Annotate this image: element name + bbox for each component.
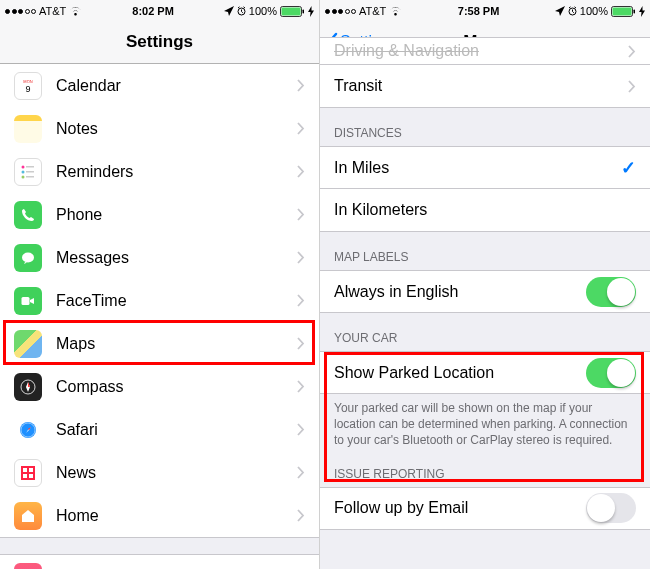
chevron-right-icon xyxy=(297,423,305,436)
section-header-distances: DISTANCES xyxy=(320,108,650,146)
row-follow-up-email[interactable]: Follow up by Email xyxy=(320,487,650,530)
svg-point-7 xyxy=(22,170,25,173)
settings-row-home[interactable]: Home xyxy=(0,494,319,537)
svg-point-6 xyxy=(22,165,25,168)
row-label: Follow up by Email xyxy=(334,499,586,517)
row-label: Notes xyxy=(56,120,297,138)
svg-rect-11 xyxy=(26,176,34,178)
chevron-right-icon xyxy=(297,79,305,92)
svg-text:9: 9 xyxy=(25,84,30,94)
compass-icon xyxy=(14,373,42,401)
row-driving-navigation[interactable]: Driving & Navigation xyxy=(320,37,650,65)
section-header-your-car: YOUR CAR xyxy=(320,313,650,351)
settings-row-facetime[interactable]: FaceTime xyxy=(0,279,319,322)
row-label: Reminders xyxy=(56,163,297,181)
row-label: In Miles xyxy=(334,159,621,177)
toggle-follow-up-email[interactable] xyxy=(586,493,636,523)
settings-row-reminders[interactable]: Reminders xyxy=(0,150,319,193)
battery-percent: 100% xyxy=(249,5,277,17)
alarm-icon xyxy=(237,6,246,16)
reminders-icon xyxy=(14,158,42,186)
svg-rect-9 xyxy=(26,166,34,168)
svg-rect-3 xyxy=(302,9,304,13)
row-label: FaceTime xyxy=(56,292,297,310)
chevron-right-icon xyxy=(297,165,305,178)
group-spacer xyxy=(0,537,319,555)
row-show-parked-location[interactable]: Show Parked Location xyxy=(320,351,650,394)
safari-icon xyxy=(14,416,42,444)
row-transit[interactable]: Transit xyxy=(320,65,650,108)
alarm-icon xyxy=(568,6,577,16)
chevron-right-icon xyxy=(628,45,636,58)
settings-row-maps[interactable]: Maps xyxy=(0,322,319,365)
maps-icon xyxy=(14,330,42,358)
status-bar: AT&T 8:02 PM 100% xyxy=(0,0,319,20)
row-label: Show Parked Location xyxy=(334,364,586,382)
chevron-right-icon xyxy=(297,466,305,479)
settings-row-calendar[interactable]: MON9 Calendar xyxy=(0,64,319,107)
music-icon xyxy=(14,563,42,570)
signal-icon xyxy=(325,9,356,14)
chevron-right-icon xyxy=(297,380,305,393)
checkmark-icon: ✓ xyxy=(621,157,636,179)
chevron-right-icon xyxy=(628,80,636,93)
page-title: Settings xyxy=(126,32,193,52)
notes-icon xyxy=(14,115,42,143)
settings-row-music[interactable]: Music xyxy=(0,555,319,569)
svg-point-12 xyxy=(22,252,34,262)
settings-row-notes[interactable]: Notes xyxy=(0,107,319,150)
home-icon xyxy=(14,502,42,530)
charging-icon xyxy=(639,6,645,17)
chevron-right-icon xyxy=(297,337,305,350)
svg-point-8 xyxy=(22,175,25,178)
row-always-english[interactable]: Always in English xyxy=(320,270,650,313)
location-arrow-icon xyxy=(555,6,565,16)
status-bar: AT&T 7:58 PM 100% xyxy=(320,0,650,20)
phone-icon xyxy=(14,201,42,229)
settings-row-messages[interactable]: Messages xyxy=(0,236,319,279)
settings-row-news[interactable]: News xyxy=(0,451,319,494)
chevron-right-icon xyxy=(297,294,305,307)
row-in-miles[interactable]: In Miles ✓ xyxy=(320,146,650,189)
row-label: Phone xyxy=(56,206,297,224)
signal-icon xyxy=(5,9,36,14)
row-label: In Kilometers xyxy=(334,201,636,219)
row-label: Transit xyxy=(334,77,628,95)
row-label: Calendar xyxy=(56,77,297,95)
battery-icon xyxy=(611,6,636,17)
chevron-right-icon xyxy=(297,122,305,135)
carrier-label: AT&T xyxy=(39,5,66,17)
charging-icon xyxy=(308,6,314,17)
settings-row-safari[interactable]: Safari xyxy=(0,408,319,451)
row-label: Compass xyxy=(56,378,297,396)
row-label: Maps xyxy=(56,335,297,353)
row-label: Always in English xyxy=(334,283,586,301)
toggle-always-english[interactable] xyxy=(586,277,636,307)
news-icon xyxy=(14,459,42,487)
toggle-show-parked[interactable] xyxy=(586,358,636,388)
row-label: Safari xyxy=(56,421,297,439)
svg-rect-13 xyxy=(22,297,30,305)
wifi-icon xyxy=(69,6,82,16)
section-footer-your-car: Your parked car will be shown on the map… xyxy=(320,394,650,457)
row-label: News xyxy=(56,464,297,482)
settings-row-phone[interactable]: Phone xyxy=(0,193,319,236)
facetime-icon xyxy=(14,287,42,315)
svg-rect-22 xyxy=(612,7,631,15)
messages-icon xyxy=(14,244,42,272)
row-label: Messages xyxy=(56,249,297,267)
svg-rect-10 xyxy=(26,171,34,173)
nav-bar: Settings xyxy=(0,20,319,64)
section-header-map-labels: MAP LABELS xyxy=(320,232,650,270)
clock: 7:58 PM xyxy=(458,5,500,17)
location-arrow-icon xyxy=(224,6,234,16)
chevron-right-icon xyxy=(297,509,305,522)
svg-rect-23 xyxy=(633,9,635,13)
row-label: Home xyxy=(56,507,297,525)
chevron-right-icon xyxy=(297,251,305,264)
settings-row-compass[interactable]: Compass xyxy=(0,365,319,408)
wifi-icon xyxy=(389,6,402,16)
battery-icon xyxy=(280,6,305,17)
row-label: Driving & Navigation xyxy=(334,42,628,60)
row-in-kilometers[interactable]: In Kilometers xyxy=(320,189,650,232)
